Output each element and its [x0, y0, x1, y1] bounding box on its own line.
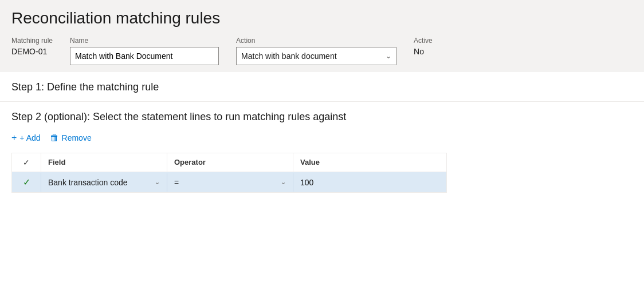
name-label: Name [70, 37, 219, 45]
remove-label: Remove [62, 133, 92, 142]
add-label: + Add [19, 133, 40, 142]
th-check: ✓ [12, 153, 41, 172]
field-select-text: Bank transaction code [48, 178, 152, 187]
add-icon: + [11, 133, 17, 142]
td-check: ✓ [12, 172, 41, 192]
remove-button[interactable]: 🗑 Remove [50, 131, 92, 145]
field-dropdown-icon[interactable]: ⌄ [155, 178, 160, 186]
conditions-table: ✓ Field Operator Value ✓ Bank transactio… [11, 153, 447, 193]
check-header-icon: ✓ [23, 158, 30, 167]
action-select-text: Match with bank document [237, 49, 381, 63]
td-operator[interactable]: = ⌄ [167, 173, 293, 192]
matching-rule-label: Matching rule [11, 37, 53, 45]
action-dropdown-icon[interactable]: ⌄ [381, 52, 396, 60]
operator-dropdown-icon[interactable]: ⌄ [281, 178, 286, 186]
name-col: Name [70, 37, 219, 65]
step1-header: Step 1: Define the matching rule [0, 72, 644, 102]
trash-icon: 🗑 [50, 133, 59, 142]
row-check-icon: ✓ [23, 177, 30, 188]
th-field: Field [41, 153, 167, 172]
header-section: Reconciliation matching rules Matching r… [0, 0, 644, 72]
active-value: No [414, 47, 460, 56]
td-value[interactable]: 100 [293, 173, 419, 192]
step2-title: Step 2 (optional): Select the statement … [11, 111, 633, 123]
action-label: Action [236, 37, 396, 45]
active-label: Active [414, 37, 460, 45]
th-operator: Operator [167, 153, 293, 172]
table-row: ✓ Bank transaction code ⌄ = ⌄ 100 [12, 172, 446, 192]
page-title: Reconciliation matching rules [11, 9, 633, 27]
field-select[interactable]: Bank transaction code ⌄ [48, 178, 160, 187]
action-select[interactable]: Match with bank document ⌄ [236, 47, 396, 65]
meta-row: Matching rule DEMO-01 Name Action Match … [11, 37, 633, 65]
step2-section: Step 2 (optional): Select the statement … [0, 102, 644, 202]
active-col: Active No [414, 37, 460, 56]
action-col: Action Match with bank document ⌄ [236, 37, 396, 65]
operator-select-text: = [174, 178, 278, 187]
matching-rule-col: Matching rule DEMO-01 [11, 37, 53, 56]
operator-select[interactable]: = ⌄ [174, 178, 286, 187]
th-value: Value [293, 153, 419, 172]
table-header: ✓ Field Operator Value [12, 153, 446, 172]
add-button[interactable]: + + Add [11, 131, 41, 145]
matching-rule-value: DEMO-01 [11, 47, 53, 56]
td-field[interactable]: Bank transaction code ⌄ [41, 173, 167, 192]
toolbar: + + Add 🗑 Remove [11, 131, 633, 145]
name-input[interactable] [70, 47, 219, 65]
step1-section: Step 1: Define the matching rule [0, 72, 644, 102]
